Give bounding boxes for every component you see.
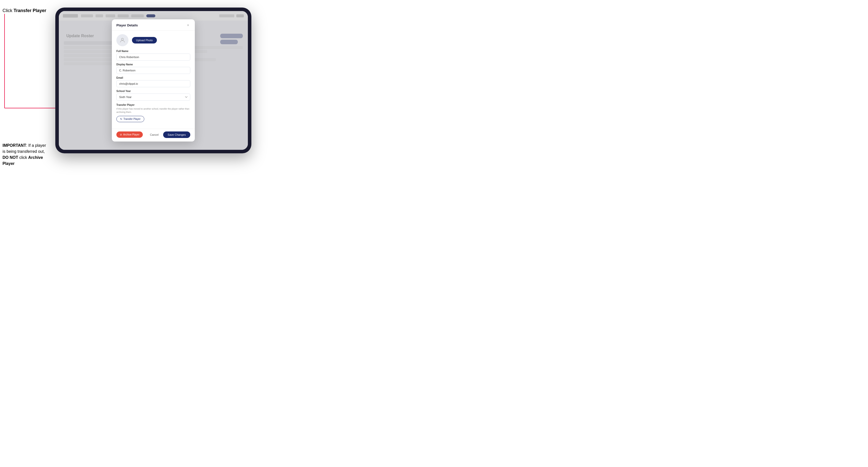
- modal-title: Player Details: [116, 23, 138, 27]
- do-not-label: DO NOT: [2, 155, 18, 160]
- person-icon: [119, 37, 125, 43]
- modal-footer: ⊘ Archive Player Cancel Save Changes: [112, 129, 195, 142]
- full-name-label: Full Name: [116, 50, 190, 53]
- modal-header: Player Details ×: [112, 19, 195, 31]
- tablet-frame: Update Roster Player Details ×: [55, 7, 251, 153]
- save-changes-button[interactable]: Save Changes: [163, 131, 190, 138]
- footer-right-actions: Cancel Save Changes: [148, 131, 190, 138]
- transfer-player-description: If this player has moved to another scho…: [116, 107, 190, 114]
- transfer-icon: ↻: [120, 118, 122, 120]
- player-details-modal: Player Details × Upload Photo: [112, 19, 195, 141]
- display-name-input[interactable]: [116, 67, 190, 74]
- display-name-group: Display Name: [116, 63, 190, 74]
- archive-player-label: Archive Player: [123, 133, 139, 136]
- school-year-group: School Year First Year Second Year Third…: [116, 90, 190, 100]
- email-group: Email: [116, 76, 190, 87]
- instruction-prefix: Click: [2, 8, 13, 13]
- modal-body: Upload Photo Full Name Display Name: [112, 31, 195, 128]
- archive-player-button[interactable]: ⊘ Archive Player: [116, 131, 143, 138]
- svg-point-3: [121, 38, 123, 40]
- tablet-screen: Update Roster Player Details ×: [59, 11, 248, 150]
- important-label: IMPORTANT: [2, 143, 26, 148]
- upload-photo-button[interactable]: Upload Photo: [132, 37, 157, 43]
- instruction-bottom: IMPORTANT: If a player is being transfer…: [2, 143, 48, 167]
- transfer-player-section: Transfer Player If this player has moved…: [116, 103, 190, 122]
- avatar-section: Upload Photo: [116, 34, 190, 46]
- school-year-select[interactable]: First Year Second Year Third Year Fourth…: [116, 93, 190, 100]
- email-input[interactable]: [116, 80, 190, 87]
- transfer-player-button[interactable]: ↻ Transfer Player: [116, 116, 144, 122]
- archive-icon: ⊘: [120, 133, 122, 136]
- email-label: Email: [116, 76, 190, 79]
- display-name-label: Display Name: [116, 63, 190, 66]
- avatar: [116, 34, 128, 46]
- instruction-bold: Transfer Player: [13, 8, 46, 13]
- modal-close-button[interactable]: ×: [186, 23, 190, 27]
- transfer-player-button-label: Transfer Player: [123, 118, 141, 120]
- instruction-bottom-text2: click: [18, 155, 28, 160]
- instruction-top: Click Transfer Player: [2, 7, 46, 14]
- transfer-player-label: Transfer Player: [116, 103, 190, 106]
- cancel-button[interactable]: Cancel: [148, 131, 161, 138]
- full-name-group: Full Name: [116, 50, 190, 61]
- school-year-label: School Year: [116, 90, 190, 93]
- modal-overlay: Player Details × Upload Photo: [59, 11, 248, 150]
- full-name-input[interactable]: [116, 54, 190, 61]
